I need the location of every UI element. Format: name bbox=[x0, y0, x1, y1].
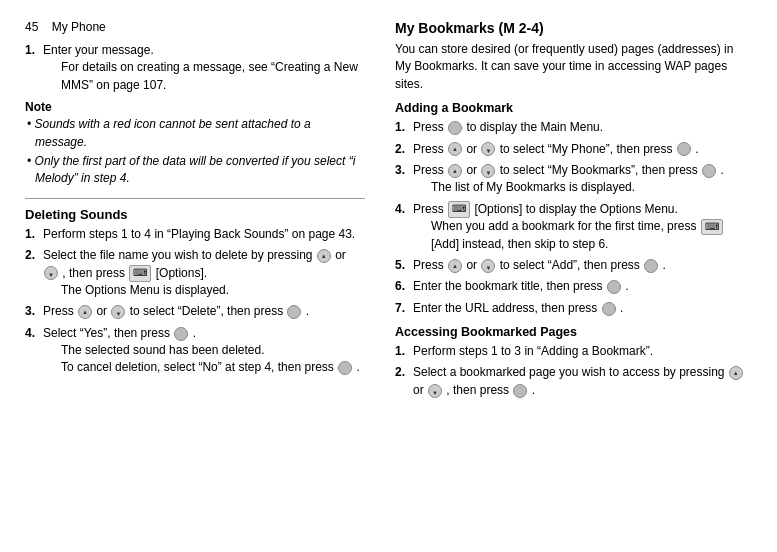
nav-down-icon-r1 bbox=[481, 142, 495, 156]
add-step-2: Press or to select “My Phone”, then pres… bbox=[395, 141, 752, 158]
del-step-2: Select the file name you wish to delete … bbox=[25, 247, 365, 299]
adding-steps: Press to display the Main Menu. Press or… bbox=[395, 119, 752, 317]
add-step3-note: The list of My Bookmarks is displayed. bbox=[413, 179, 752, 196]
ok-icon-r2 bbox=[702, 164, 716, 178]
ok-icon-r4 bbox=[607, 280, 621, 294]
ok-icon-r1 bbox=[677, 142, 691, 156]
nav-up-icon bbox=[317, 249, 331, 263]
acc-step-1: Perform steps 1 to 3 in “Adding a Bookma… bbox=[395, 343, 752, 360]
add-step-4: Press ⌨ [Options] to display the Options… bbox=[395, 201, 752, 253]
add-button-icon: ⌨ bbox=[701, 219, 723, 236]
nav-up-icon-2 bbox=[78, 305, 92, 319]
ok-button-icon bbox=[287, 305, 301, 319]
deleting-steps: Perform steps 1 to 4 in “Playing Back So… bbox=[25, 226, 365, 377]
accessing-steps: Perform steps 1 to 3 in “Adding a Bookma… bbox=[395, 343, 752, 399]
page-number: 45 My Phone bbox=[25, 20, 365, 34]
nav-up-icon-r1 bbox=[448, 142, 462, 156]
ok-icon-r5 bbox=[602, 302, 616, 316]
nav-down-icon-r4 bbox=[428, 384, 442, 398]
step-5: Enter your message. For details on creat… bbox=[25, 42, 365, 94]
ok-button-icon-2 bbox=[174, 327, 188, 341]
del-step-3: Press or to select “Delete”, then press … bbox=[25, 303, 365, 320]
ok-icon-r3 bbox=[644, 259, 658, 273]
add-step4-note: When you add a bookmark for the first ti… bbox=[413, 218, 752, 253]
bookmarks-intro: You can store desired (or frequently use… bbox=[395, 41, 752, 93]
nav-up-icon-r3 bbox=[448, 259, 462, 273]
nav-down-icon-2 bbox=[111, 305, 125, 319]
acc-step-2: Select a bookmarked page you wish to acc… bbox=[395, 364, 752, 399]
nav-up-icon-r2 bbox=[448, 164, 462, 178]
del-step-1: Perform steps 1 to 4 in “Playing Back So… bbox=[25, 226, 365, 243]
nav-down-icon bbox=[44, 266, 58, 280]
del-step-4: Select “Yes”, then press . The selected … bbox=[25, 325, 365, 377]
note-label: Note bbox=[25, 100, 365, 114]
add-step-3: Press or to select “My Bookmarks”, then … bbox=[395, 162, 752, 197]
step5-sub: For details on creating a message, see “… bbox=[43, 59, 365, 94]
note-item-2: Only the first part of the data will be … bbox=[25, 153, 365, 188]
adding-bookmark-heading: Adding a Bookmark bbox=[395, 101, 752, 115]
add-step-1: Press to display the Main Menu. bbox=[395, 119, 752, 136]
options-icon-r: ⌨ bbox=[448, 201, 470, 218]
divider bbox=[25, 198, 365, 199]
del-step2-note: The Options Menu is displayed. bbox=[43, 282, 365, 299]
nav-up-icon-r4 bbox=[729, 366, 743, 380]
nav-down-icon-r3 bbox=[481, 259, 495, 273]
right-column: My Bookmarks (M 2-4) You can store desir… bbox=[395, 20, 752, 532]
my-bookmarks-heading: My Bookmarks (M 2-4) bbox=[395, 20, 752, 36]
left-column: 45 My Phone Enter your message. For deta… bbox=[25, 20, 365, 532]
accessing-heading: Accessing Bookmarked Pages bbox=[395, 325, 752, 339]
del-step4-note: The selected sound has been deleted. To … bbox=[43, 342, 365, 377]
note-item-1: Sounds with a red icon cannot be sent at… bbox=[25, 116, 365, 151]
nav-down-icon-r2 bbox=[481, 164, 495, 178]
ok-icon-r6 bbox=[513, 384, 527, 398]
add-step-5: Press or to select “Add”, then press . bbox=[395, 257, 752, 274]
add-step-6: Enter the bookmark title, then press . bbox=[395, 278, 752, 295]
options-button-icon: ⌨ bbox=[129, 265, 151, 282]
page-container: 45 My Phone Enter your message. For deta… bbox=[0, 0, 777, 552]
ok-button-icon-3 bbox=[338, 361, 352, 375]
mms-steps: Enter your message. For details on creat… bbox=[25, 42, 365, 94]
add-step-7: Enter the URL address, then press . bbox=[395, 300, 752, 317]
deleting-sounds-heading: Deleting Sounds bbox=[25, 207, 365, 222]
main-menu-button-icon bbox=[448, 121, 462, 135]
